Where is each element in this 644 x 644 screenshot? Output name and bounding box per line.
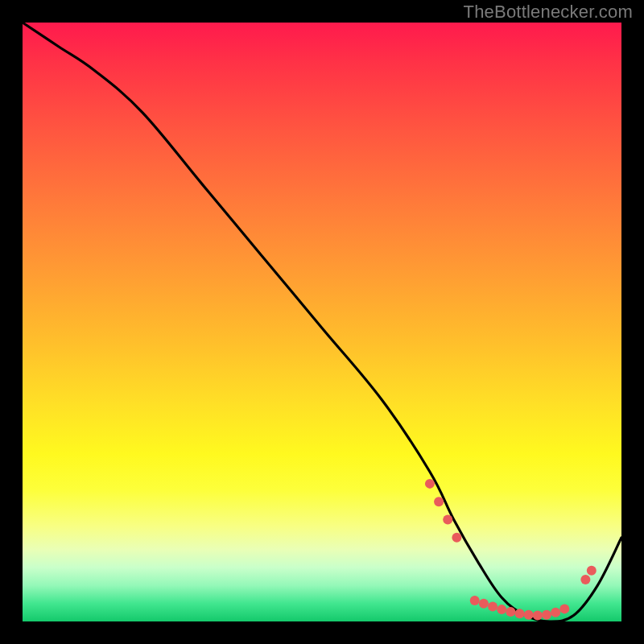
markers-group: [425, 479, 597, 621]
chart-svg: [23, 23, 621, 621]
marker-dot: [506, 607, 515, 617]
marker-dot: [443, 515, 452, 525]
marker-dot: [497, 605, 506, 614]
marker-dot: [479, 599, 489, 609]
marker-dot: [559, 604, 569, 613]
marker-dot: [542, 610, 551, 620]
marker-dot: [452, 533, 461, 543]
marker-dot: [470, 596, 480, 605]
marker-dot: [488, 601, 497, 611]
marker-dot: [587, 566, 597, 576]
series-curve: [23, 23, 621, 621]
chart-container: TheBottlenecker.com: [0, 0, 644, 644]
plot-area: [23, 23, 621, 621]
marker-dot: [515, 609, 525, 618]
marker-dot: [524, 610, 534, 620]
marker-dot: [580, 575, 590, 584]
marker-dot: [551, 608, 560, 617]
marker-dot: [533, 611, 543, 621]
marker-dot: [425, 479, 435, 489]
attribution-text: TheBottlenecker.com: [464, 2, 633, 23]
marker-dot: [434, 497, 444, 506]
